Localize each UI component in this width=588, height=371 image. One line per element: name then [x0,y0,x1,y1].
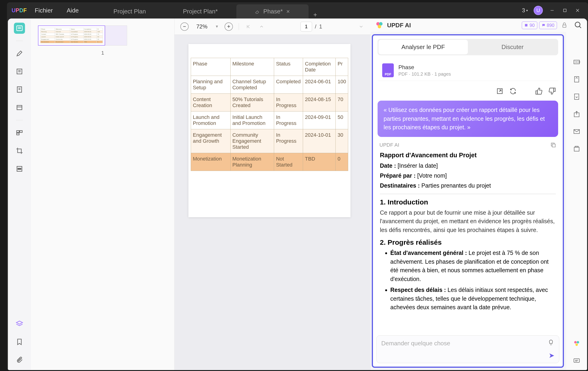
tab-bar: Project Plan Project Plan* Phase* ✕ + [95,2,522,19]
table-header: Pr [336,58,348,76]
svg-rect-16 [20,131,22,132]
page-total: 1 [319,23,322,30]
maximize-button[interactable] [561,7,568,14]
minimize-button[interactable] [549,7,556,14]
refresh-icon[interactable] [509,87,517,95]
table-row: Engagement and GrowthCommunity Engagemen… [191,129,348,153]
badge-credits-2[interactable]: 890 [539,21,557,29]
idea-icon[interactable] [547,339,555,346]
table-row: Planning and SetupChannel Setup Complete… [191,76,348,94]
ai-file-card[interactable]: PDF Phase PDF · 101.2 KB · 1 pages [378,60,558,81]
zoom-value[interactable]: 72% [194,23,209,30]
svg-point-45 [576,343,578,346]
chat-input-field[interactable] [381,340,528,347]
first-page-button[interactable] [245,23,252,30]
svg-rect-25 [525,24,528,27]
titlebar: UPDF Fichier Aide Project Plan Project P… [7,2,588,19]
svg-rect-42 [575,146,578,147]
svg-text:OCR: OCR [575,60,580,63]
menu-file[interactable]: Fichier [28,7,60,14]
svg-rect-30 [536,91,537,94]
ai-file-name: Phase [399,64,451,70]
share-icon[interactable] [572,110,581,119]
doc-toolbar: − 72% ▼ + / 1 [175,19,371,35]
table-row: Content Creation50% Tutorials CreatedIn … [191,94,348,111]
edit-tool-icon[interactable] [14,66,25,77]
table-header: Status [274,58,303,76]
eraser-icon [255,9,260,14]
window-count[interactable]: 3▾ [522,7,528,14]
comment-tool-icon[interactable] [14,48,25,59]
svg-rect-13 [17,105,22,110]
lock-icon[interactable] [561,22,568,29]
tab-phase[interactable]: Phase* ✕ [236,4,309,19]
user-avatar[interactable]: U [534,6,543,15]
reader-mode-icon[interactable] [14,23,25,34]
svg-line-28 [579,26,581,28]
organize-tool-icon[interactable] [14,127,25,138]
add-tab-button[interactable]: + [309,11,322,19]
bookmark-icon[interactable] [14,336,25,347]
ai-file-meta: PDF · 101.2 KB · 1 pages [399,71,451,77]
redact-tool-icon[interactable] [14,163,25,174]
thumb-overlay [105,25,127,46]
ocr-icon[interactable]: OCR [572,57,581,67]
convert-icon[interactable] [572,75,581,84]
table-row: Launch and PromotionInitial Launch and P… [191,111,348,129]
page-tool-icon[interactable] [14,84,25,95]
export-icon[interactable] [496,87,504,95]
ai-tab-analyze[interactable]: Analyser le PDF [378,40,468,54]
pdf-file-icon: PDF [382,63,394,77]
svg-point-43 [574,341,577,343]
svg-point-27 [575,22,580,27]
right-sidebar: OCR [566,32,587,370]
send-button[interactable]: ➤ [549,351,555,360]
table-header: Phase [191,58,231,76]
ai-response-label: UPDF AI [373,139,563,150]
thumbs-down-icon[interactable] [548,87,556,95]
ai-sidebar-icon[interactable] [572,339,581,348]
svg-rect-1 [564,9,566,12]
document-viewport[interactable]: PhaseMilestoneStatusCompletion DatePr Pl… [175,35,371,370]
thumbnail-panel: PhaseMilestoneStatusCompletionPr Plannin… [31,19,175,370]
thumbs-up-icon[interactable] [535,87,543,95]
zoom-dropdown-icon[interactable]: ▼ [215,25,219,29]
app-logo: UPDF [9,7,28,14]
page-thumbnail-1[interactable]: PhaseMilestoneStatusCompletionPr Plannin… [38,25,105,46]
compress-icon[interactable] [572,92,581,101]
attachment-icon[interactable] [14,354,25,365]
svg-point-44 [577,341,579,343]
svg-rect-46 [574,359,579,362]
comments-icon[interactable] [572,356,581,365]
crop-tool-icon[interactable] [14,145,25,156]
page-number-input[interactable] [301,22,312,31]
ai-panel: Analyser le PDF Discuter PDF Phase PDF ·… [372,34,564,368]
zoom-in-button[interactable]: + [225,22,233,31]
ai-response: Rapport d'Avancement du Projet Date : [I… [373,150,563,333]
close-tab-icon[interactable]: ✕ [286,9,290,14]
menu-help[interactable]: Aide [60,7,86,14]
svg-rect-19 [18,168,21,169]
layers-icon[interactable] [14,318,25,329]
badge-credits-1[interactable]: 90 [522,21,537,29]
copy-icon[interactable] [550,142,556,148]
form-tool-icon[interactable] [14,102,25,113]
zoom-out-button[interactable]: − [180,22,189,31]
svg-marker-20 [16,321,23,324]
ai-tab-chat[interactable]: Discuter [468,40,557,54]
next-page-button[interactable] [357,23,365,30]
batch-icon[interactable] [572,144,581,153]
prev-page-button[interactable] [258,23,265,30]
user-prompt-bubble: « Utilisez ces données pour créer un rap… [378,100,558,137]
updf-ai-logo-icon [375,21,384,29]
search-icon[interactable] [574,21,582,29]
chat-input-box[interactable]: ➤ [376,335,559,363]
email-icon[interactable] [572,127,581,136]
tab-project-plan-2[interactable]: Project Plan* [164,4,236,19]
close-window-button[interactable] [574,7,581,14]
svg-rect-31 [554,88,555,92]
thumbnail-number: 1 [38,50,167,56]
document-page: PhaseMilestoneStatusCompletion DatePr Pl… [189,44,350,217]
table-header: Completion Date [303,58,336,76]
tab-project-plan-1[interactable]: Project Plan [95,4,164,19]
